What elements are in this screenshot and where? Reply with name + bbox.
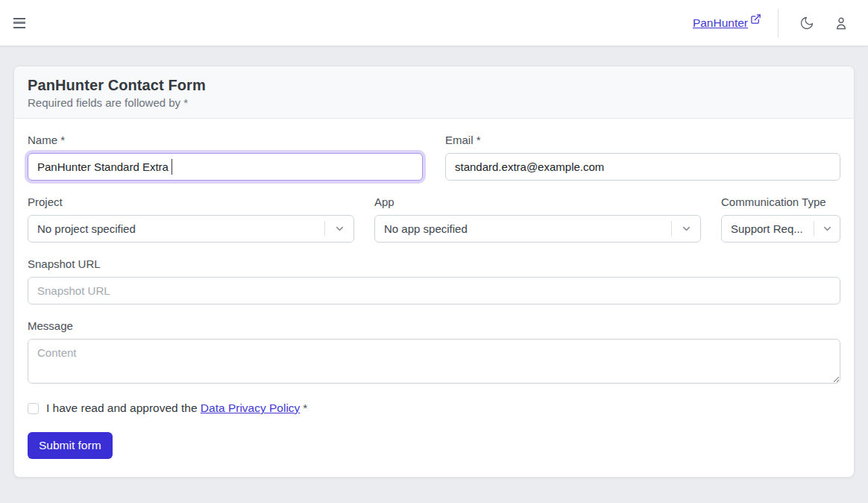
text-caret: [172, 159, 172, 175]
app-select-value: No app specified: [384, 222, 671, 235]
topbar-right: PanHunter: [693, 9, 853, 37]
topbar: PanHunter: [0, 0, 868, 46]
card-header: PanHunter Contact Form Required fields a…: [14, 66, 854, 119]
theme-toggle-button[interactable]: [795, 11, 819, 35]
app-select[interactable]: No app specified: [374, 215, 701, 243]
project-field-group: Project No project specified: [28, 196, 354, 243]
row-name-email: Name * Email *: [28, 134, 840, 181]
hamburger-menu-icon[interactable]: [13, 14, 31, 32]
submit-button[interactable]: Submit form: [28, 432, 113, 459]
communication-type-select[interactable]: Support Req...: [721, 215, 840, 243]
card-body: Name * Email * Project No project specif…: [14, 119, 854, 477]
required-fields-note: Required fields are followed by *: [28, 96, 840, 109]
privacy-checkbox[interactable]: [28, 403, 39, 414]
chevron-down-icon: [822, 223, 833, 234]
message-field-group: Message: [28, 319, 840, 384]
account-button[interactable]: [829, 11, 853, 35]
project-label: Project: [28, 196, 354, 208]
communication-type-field-group: Communication Type Support Req...: [721, 196, 840, 243]
consent-required-asterisk: *: [303, 402, 307, 414]
chevron-down-icon: [334, 223, 345, 234]
snapshot-url-field-group: Snapshot URL: [28, 257, 840, 304]
name-input[interactable]: [28, 153, 423, 181]
page-title: PanHunter Contact Form: [28, 77, 840, 94]
consent-row: I have read and approved the Data Privac…: [28, 402, 840, 415]
email-field-group: Email *: [445, 134, 840, 181]
app-field-group: App No app specified: [374, 196, 701, 243]
snapshot-url-label: Snapshot URL: [28, 257, 840, 270]
moon-icon: [799, 16, 814, 31]
message-textarea[interactable]: [28, 339, 840, 384]
name-label: Name *: [28, 134, 423, 146]
row-selects: Project No project specified App No app …: [28, 196, 840, 243]
message-label: Message: [28, 319, 840, 332]
name-field-group: Name *: [28, 134, 423, 181]
communication-type-select-value: Support Req...: [731, 222, 814, 235]
project-select[interactable]: No project specified: [28, 215, 354, 243]
email-input[interactable]: [445, 153, 840, 181]
email-label: Email *: [445, 134, 840, 146]
consent-text-before: I have read and approved the: [46, 402, 198, 414]
external-link-icon: [750, 13, 761, 25]
user-icon: [834, 16, 849, 31]
communication-type-label: Communication Type: [721, 196, 840, 208]
row-snapshot-url: Snapshot URL: [28, 257, 840, 304]
app-label: App: [374, 196, 701, 208]
consent-text: I have read and approved the Data Privac…: [46, 402, 307, 415]
data-privacy-policy-link[interactable]: Data Privacy Policy: [201, 402, 301, 414]
topbar-divider: [778, 9, 779, 37]
chevron-down-icon: [681, 223, 692, 234]
panhunter-link[interactable]: PanHunter: [693, 16, 761, 30]
panhunter-link-label: PanHunter: [693, 16, 748, 30]
snapshot-url-input[interactable]: [28, 277, 840, 304]
name-input-wrap: [28, 153, 423, 181]
contact-form-card: PanHunter Contact Form Required fields a…: [13, 66, 855, 478]
row-message: Message: [28, 319, 840, 384]
project-select-value: No project specified: [37, 222, 324, 235]
